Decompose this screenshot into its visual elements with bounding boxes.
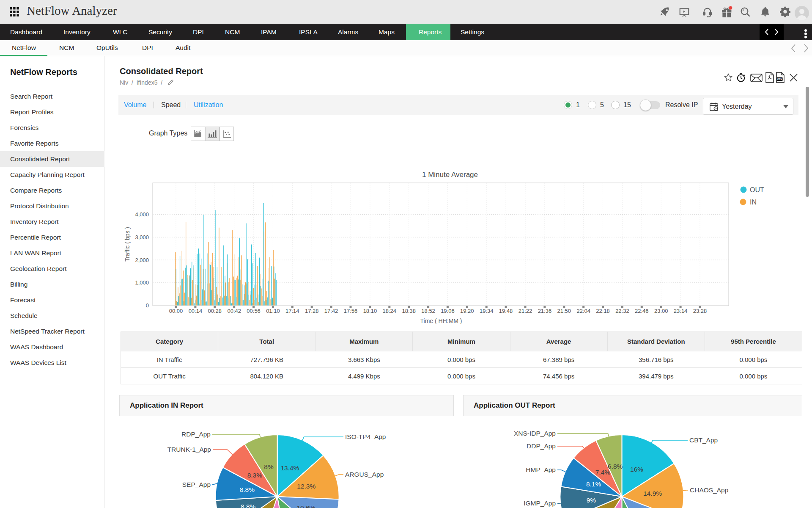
- svg-text:14.9%: 14.9%: [643, 490, 662, 497]
- svg-text:CBT_App: CBT_App: [689, 436, 718, 444]
- svg-text:IGMP_App: IGMP_App: [524, 500, 556, 507]
- svg-text:12.3%: 12.3%: [297, 483, 315, 490]
- svg-text:CHAOS_App: CHAOS_App: [690, 486, 728, 494]
- svg-text:8.8%: 8.8%: [240, 486, 255, 493]
- svg-text:6.8%: 6.8%: [608, 463, 623, 470]
- svg-text:8%: 8%: [264, 463, 274, 470]
- svg-text:RDP_App: RDP_App: [181, 431, 211, 438]
- svg-text:9%: 9%: [587, 497, 596, 504]
- svg-text:TRUNK-1_App: TRUNK-1_App: [167, 446, 211, 453]
- svg-text:13.4%: 13.4%: [280, 464, 299, 472]
- svg-text:XNS-IDP_App: XNS-IDP_App: [514, 430, 556, 437]
- svg-text:8.1%: 8.1%: [586, 480, 601, 488]
- svg-text:10.6%: 10.6%: [296, 504, 315, 508]
- svg-text:ISO-TP4_App: ISO-TP4_App: [345, 433, 386, 440]
- svg-text:HMP_App: HMP_App: [526, 466, 556, 473]
- svg-text:DDP_App: DDP_App: [527, 442, 556, 450]
- svg-text:ARGUS_App: ARGUS_App: [345, 471, 384, 478]
- svg-text:8.8%: 8.8%: [241, 503, 256, 508]
- svg-text:8.3%: 8.3%: [247, 472, 263, 479]
- svg-text:16%: 16%: [630, 466, 643, 473]
- svg-text:SEP_App: SEP_App: [182, 481, 211, 488]
